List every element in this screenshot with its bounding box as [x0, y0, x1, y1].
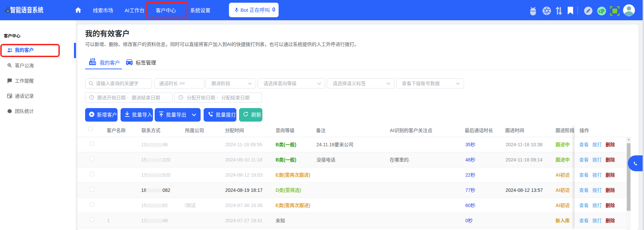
svg-text:AI: AI: [7, 9, 9, 12]
